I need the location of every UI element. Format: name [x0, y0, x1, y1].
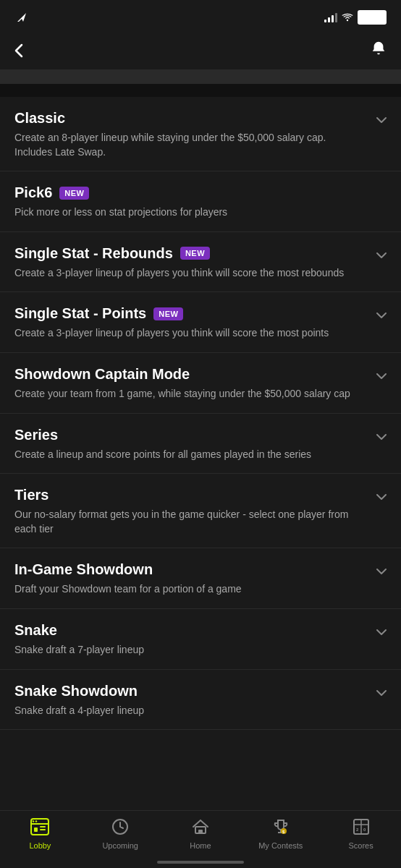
game-item-tiers[interactable]: TiersOur no-salary format gets you in th…	[0, 474, 401, 548]
nav-item-scores[interactable]: 2 0 Scores	[332, 818, 390, 850]
game-item-showdown-captain[interactable]: Showdown Captain ModeCreate your team fr…	[0, 353, 401, 414]
game-title-in-game-showdown: In-Game Showdown	[14, 561, 153, 578]
svg-rect-6	[40, 829, 46, 830]
game-title-single-stat-points: Single Stat - Points	[14, 305, 146, 322]
game-desc-snake: Snake draft a 7-player lineup	[14, 643, 387, 658]
trophy-icon: $	[272, 818, 290, 835]
nav-icon-home	[192, 818, 209, 838]
game-desc-tiers: Our no-salary format gets you in the gam…	[14, 508, 387, 536]
nav-label-lobby: Lobby	[29, 841, 51, 850]
new-badge-pick6: NEW	[59, 187, 89, 200]
game-title-pick6: Pick6	[14, 184, 52, 201]
nav-item-home[interactable]: Home	[172, 818, 229, 850]
chevron-snake-showdown	[376, 687, 387, 699]
game-title-single-stat-rebounds: Single Stat - Rebounds	[14, 245, 173, 262]
svg-rect-11	[198, 830, 203, 833]
svg-rect-5	[40, 826, 46, 827]
svg-text:2: 2	[356, 827, 359, 832]
nav-item-my-contests[interactable]: $ My Contests	[252, 818, 310, 850]
nav-label-upcoming: Upcoming	[102, 841, 138, 850]
game-item-single-stat-rebounds[interactable]: Single Stat - ReboundsNEWCreate a 3-play…	[0, 232, 401, 293]
status-icons	[324, 10, 387, 25]
chevron-classic	[376, 114, 387, 126]
game-item-snake[interactable]: SnakeSnake draft a 7-player lineup	[0, 609, 401, 670]
chevron-snake	[376, 626, 387, 638]
clock-icon	[111, 818, 129, 835]
nav-icon-my-contests: $	[272, 818, 290, 838]
signal-icon	[324, 12, 337, 22]
chevron-in-game-showdown	[376, 566, 387, 577]
chevron-tiers	[376, 491, 387, 503]
section-divider	[0, 84, 401, 97]
game-desc-single-stat-points: Create a 3-player lineup of players you …	[14, 326, 387, 341]
page-header	[0, 32, 401, 69]
new-badge-single-stat-rebounds: NEW	[180, 247, 210, 260]
game-title-showdown-captain: Showdown Captain Mode	[14, 366, 190, 383]
game-desc-showdown-captain: Create your team from 1 game, while stay…	[14, 387, 387, 401]
game-item-pick6[interactable]: Pick6NEWPick more or less on stat projec…	[0, 171, 401, 232]
scores-icon: 2 0	[353, 818, 370, 835]
game-desc-classic: Create an 8-player lineup while staying …	[14, 131, 387, 159]
svg-point-1	[347, 20, 348, 21]
game-item-snake-showdown[interactable]: Snake ShowdownSnake draft a 4-player lin…	[0, 670, 401, 731]
status-bar	[0, 0, 401, 32]
svg-point-7	[33, 820, 34, 822]
game-style-list: ClassicCreate an 8-player lineup while s…	[0, 97, 401, 795]
location-icon	[17, 13, 26, 22]
game-title-tiers: Tiers	[14, 487, 48, 503]
wifi-icon	[342, 13, 353, 22]
game-item-classic[interactable]: ClassicCreate an 8-player lineup while s…	[0, 97, 401, 171]
nav-item-upcoming[interactable]: Upcoming	[91, 818, 149, 850]
game-title-classic: Classic	[14, 110, 65, 127]
chevron-single-stat-rebounds	[376, 250, 387, 261]
game-item-in-game-showdown[interactable]: In-Game ShowdownDraft your Showdown team…	[0, 548, 401, 609]
new-badge-single-stat-points: NEW	[153, 307, 183, 320]
back-button[interactable]	[14, 43, 23, 58]
nav-label-home: Home	[190, 841, 211, 850]
nav-label-scores: Scores	[348, 841, 373, 850]
game-desc-series: Create a lineup and score points for all…	[14, 448, 387, 462]
notification-button[interactable]	[371, 41, 387, 61]
svg-marker-0	[17, 13, 26, 22]
game-title-snake: Snake	[14, 622, 57, 639]
game-item-series[interactable]: SeriesCreate a lineup and score points f…	[0, 414, 401, 475]
nav-label-my-contests: My Contests	[258, 841, 303, 850]
nav-item-lobby[interactable]: Lobby	[11, 818, 69, 850]
chevron-showdown-captain	[376, 370, 387, 382]
bottom-navigation: Lobby Upcoming Home $ My Contests 2 0 Sc…	[0, 810, 401, 868]
svg-rect-4	[34, 827, 38, 832]
chevron-single-stat-points	[376, 310, 387, 321]
nav-icon-upcoming	[111, 818, 129, 838]
chevron-series	[376, 431, 387, 443]
game-title-series: Series	[14, 427, 58, 443]
nav-icon-lobby	[30, 818, 49, 838]
svg-text:0: 0	[363, 827, 366, 832]
battery-icon	[358, 10, 387, 25]
nav-icon-scores: 2 0	[353, 818, 370, 838]
lobby-icon	[30, 818, 49, 835]
game-desc-pick6: Pick more or less on stat projections fo…	[14, 205, 387, 220]
game-desc-single-stat-rebounds: Create a 3-player lineup of players you …	[14, 266, 387, 281]
game-desc-snake-showdown: Snake draft a 4-player lineup	[14, 704, 387, 718]
status-time	[14, 13, 26, 22]
sport-tab[interactable]	[0, 69, 401, 84]
home-indicator	[157, 861, 244, 864]
game-desc-in-game-showdown: Draft your Showdown team for a portion o…	[14, 582, 387, 597]
svg-point-8	[35, 820, 37, 822]
game-item-single-stat-points[interactable]: Single Stat - PointsNEWCreate a 3-player…	[0, 292, 401, 353]
home-icon	[192, 818, 209, 835]
game-title-snake-showdown: Snake Showdown	[14, 683, 138, 699]
